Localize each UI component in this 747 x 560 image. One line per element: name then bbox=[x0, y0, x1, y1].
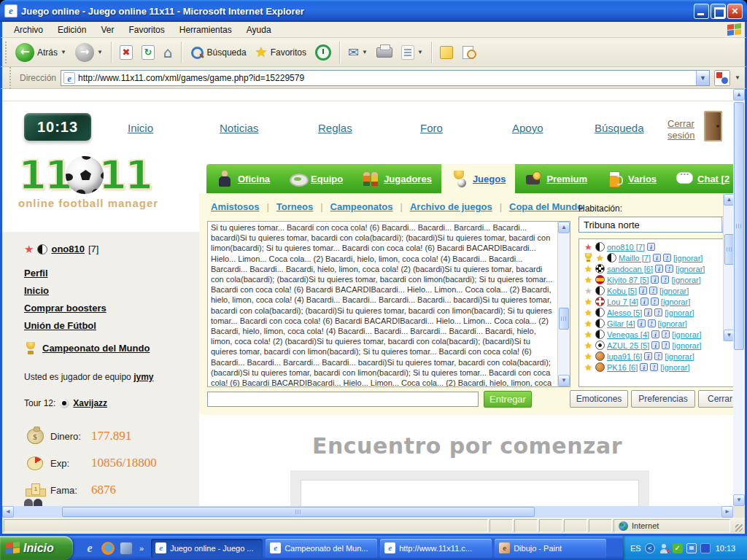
chat-close-button[interactable]: Cerrar bbox=[698, 390, 733, 408]
alert-badge[interactable]: ! bbox=[648, 319, 656, 327]
alert-badge[interactable]: ! bbox=[662, 341, 670, 349]
edit-button[interactable]: ▼ bbox=[397, 44, 427, 61]
userlist-scrollbar-thumb[interactable] bbox=[724, 234, 733, 265]
refresh-button[interactable]: ↻ bbox=[137, 44, 159, 61]
quicklaunch-overflow-icon[interactable]: » bbox=[139, 544, 144, 553]
ignore-link[interactable]: [ignorar] bbox=[661, 298, 690, 306]
info-badge[interactable]: i bbox=[639, 287, 647, 295]
top-nav-link[interactable]: Foro bbox=[420, 122, 443, 134]
start-button[interactable]: Inicio bbox=[0, 536, 73, 560]
scroll-up-icon[interactable]: ▲ bbox=[558, 222, 570, 233]
top-nav-link[interactable]: Búsqueda bbox=[595, 122, 644, 134]
user-link[interactable]: PK16 [6] bbox=[607, 363, 638, 372]
ignore-link[interactable]: [ignorar] bbox=[665, 352, 694, 361]
back-button[interactable]: ← Atrás ▼ bbox=[11, 42, 71, 63]
horizontal-scrollbar[interactable]: ◄ ► bbox=[2, 506, 733, 518]
ignore-link[interactable]: [ignorar] bbox=[665, 308, 694, 317]
sub-tab-link[interactable]: Amistosos bbox=[211, 201, 259, 212]
alert-badge[interactable]: ! bbox=[654, 352, 662, 360]
user-link[interactable]: Gilar [4] bbox=[607, 319, 635, 328]
ignore-link[interactable]: [ignorar] bbox=[660, 363, 689, 372]
menu-item[interactable]: Ver bbox=[93, 23, 121, 36]
sub-tab[interactable]: Torneos bbox=[276, 201, 330, 212]
user-link[interactable]: Venegas [4] bbox=[607, 330, 649, 339]
team-link[interactable]: jymy bbox=[133, 372, 153, 382]
chat-log[interactable]: Si tu quieres tomar... Bacardi con coca … bbox=[207, 221, 570, 387]
ignore-link[interactable]: [ignorar] bbox=[659, 287, 689, 295]
alert-badge[interactable]: ! bbox=[663, 254, 671, 262]
taskbar-window-button[interactable]: e Campeonato del Mun... bbox=[266, 539, 377, 558]
print-button[interactable] bbox=[372, 46, 397, 59]
sub-tab[interactable]: Archivo de juegos bbox=[410, 201, 509, 212]
user-link[interactable]: sandocan [6] bbox=[607, 265, 653, 273]
security-check-icon[interactable]: ✓ bbox=[673, 543, 683, 553]
userlist-scrollbar[interactable]: ▲ ▼ bbox=[723, 194, 733, 341]
messenger-button[interactable] bbox=[457, 44, 481, 61]
mail-button[interactable]: ✉ ▼ bbox=[344, 43, 372, 62]
room-select[interactable]: Tribuna norte ▼ bbox=[578, 217, 733, 233]
scroll-right-icon[interactable]: ► bbox=[721, 506, 733, 518]
main-tab[interactable]: Chat [2 bbox=[666, 164, 733, 193]
scroll-left-icon[interactable]: ◄ bbox=[2, 506, 14, 518]
main-tab[interactable]: Premium bbox=[515, 164, 597, 193]
main-tab[interactable]: Juegos bbox=[441, 164, 516, 193]
tray-app-icon[interactable] bbox=[700, 543, 711, 553]
edit-dropdown-icon[interactable]: ▼ bbox=[417, 49, 423, 55]
top-nav-link[interactable]: Apoyo bbox=[512, 122, 543, 134]
sub-tab[interactable]: Amistosos bbox=[211, 201, 276, 212]
scroll-down-icon[interactable]: ▼ bbox=[558, 375, 570, 386]
offline-user-icon[interactable]: × bbox=[659, 543, 669, 553]
taskbar-window-button[interactable]: e Juego online - Juego ... bbox=[151, 539, 263, 558]
user-link[interactable]: Kobu [5] bbox=[607, 287, 637, 295]
alert-badge[interactable]: ! bbox=[654, 308, 662, 316]
search-button[interactable]: Búsqueda bbox=[185, 44, 251, 61]
ignore-link[interactable]: [ignorar] bbox=[658, 319, 687, 328]
scroll-down-icon[interactable]: ▼ bbox=[724, 330, 733, 341]
address-input[interactable] bbox=[78, 71, 696, 85]
sub-tab-link[interactable]: Archivo de juegos bbox=[410, 201, 492, 212]
minimize-button[interactable] bbox=[694, 4, 709, 19]
user-link[interactable]: Kiyito 87 [5] bbox=[607, 276, 649, 284]
notes-button[interactable] bbox=[436, 44, 457, 61]
forward-dropdown-icon[interactable]: ▼ bbox=[97, 49, 103, 55]
logout-link[interactable]: Cerrar sesión bbox=[667, 118, 695, 141]
info-badge[interactable]: i bbox=[655, 265, 663, 273]
sidebar-link[interactable]: Unión de Fútbol bbox=[24, 320, 199, 331]
world-championship-link[interactable]: Campeonato del Mundo bbox=[42, 343, 150, 354]
alert-badge[interactable]: ! bbox=[661, 276, 669, 284]
vertical-scrollbar[interactable]: ▲ ▼ bbox=[733, 89, 745, 506]
user-link[interactable]: lupa91 [6] bbox=[607, 352, 642, 361]
browser-addon-icon[interactable] bbox=[714, 70, 730, 86]
taskbar-window-button[interactable]: e http://www.11x11.c... bbox=[380, 539, 492, 558]
sub-tab-link[interactable]: Campeonatos bbox=[330, 201, 393, 212]
scroll-up-icon[interactable]: ▲ bbox=[733, 89, 745, 101]
sidebar-link[interactable]: Inicio bbox=[24, 285, 199, 296]
menu-item[interactable]: Ayuda bbox=[239, 23, 279, 36]
chat-message-input[interactable] bbox=[207, 392, 479, 407]
info-badge[interactable]: i bbox=[651, 341, 659, 349]
menu-item[interactable]: Favoritos bbox=[121, 23, 171, 36]
chat-scrollbar[interactable]: ▲ ▼ bbox=[557, 222, 570, 386]
info-badge[interactable]: i bbox=[644, 308, 652, 316]
tour-opponent-link[interactable]: Xavijazz bbox=[73, 398, 107, 408]
resize-grip[interactable] bbox=[732, 519, 743, 532]
firefox-quicklaunch-icon[interactable] bbox=[101, 542, 115, 555]
sidebar-link[interactable]: Perfil bbox=[24, 268, 199, 279]
main-tab[interactable]: Jugadores bbox=[352, 164, 441, 193]
addon-dropdown-icon[interactable]: ▼ bbox=[735, 74, 740, 81]
ignore-link[interactable]: [ignorar] bbox=[672, 341, 701, 350]
user-link[interactable]: Alesso [5] bbox=[607, 308, 642, 317]
ignore-link[interactable]: [ignorar] bbox=[672, 330, 701, 339]
horizontal-scrollbar-thumb[interactable] bbox=[62, 507, 535, 517]
top-nav-link[interactable]: Reglas bbox=[318, 122, 352, 134]
taskbar-window-button[interactable]: e Dibujo - Paint bbox=[495, 539, 606, 558]
scroll-up-icon[interactable]: ▲ bbox=[724, 194, 733, 206]
top-nav-link[interactable]: Noticias bbox=[220, 122, 258, 134]
user-link[interactable]: AZUL 25 [5] bbox=[607, 341, 649, 350]
alert-badge[interactable]: ! bbox=[649, 287, 657, 295]
user-link[interactable]: Maillo [7] bbox=[619, 254, 651, 262]
site-logo[interactable]: 11 11 online football manager bbox=[18, 156, 186, 209]
stop-button[interactable]: ✖ bbox=[115, 44, 137, 61]
hide-icons-icon[interactable]: < bbox=[645, 543, 655, 553]
emoticons-button[interactable]: Emoticones bbox=[570, 390, 628, 408]
